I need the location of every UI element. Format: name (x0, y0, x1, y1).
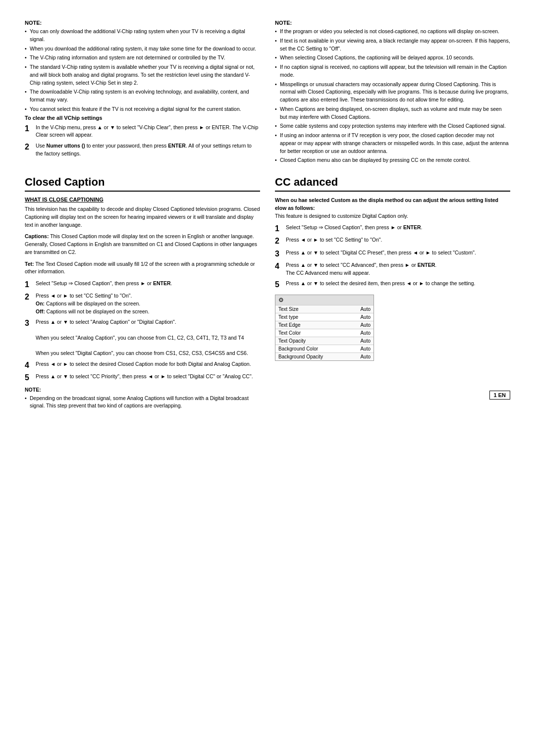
page-number: 1 EN (489, 391, 510, 400)
list-item: The V-Chip rating information and system… (25, 54, 260, 62)
top-note-right-label: NOTE: (275, 20, 510, 26)
list-item: Depending on the broadcast signal, some … (25, 395, 260, 410)
row-label: Background Opacity (278, 354, 323, 359)
step-content: Press ◄ or ► to select the desired Close… (36, 360, 260, 370)
list-item: When selecting Closed Captions, the capt… (275, 54, 510, 62)
row-value: Auto (360, 330, 371, 336)
top-note-right-list: If the program or video you selected is … (275, 28, 510, 164)
gear-icon: ⚙ (278, 297, 284, 303)
what-is-title: WHAT IS CLOSE CAPTIONING (25, 197, 260, 202)
captions-text: Captions: This Closed Caption mode will … (25, 233, 260, 256)
step-content: Press ▲ or ▼ to select "CC Priority", th… (36, 373, 260, 382)
step-item: 5 Press ▲ or ▼ to select "CC Priority", … (25, 373, 260, 382)
settings-table: ⚙ Text Size Auto Text type Auto Text Edg… (275, 295, 374, 361)
table-row: Background Opacity Auto (275, 353, 374, 360)
to-clear-title: To clear the all VChip settings (25, 115, 260, 121)
top-notes-section: NOTE: You can only download the addition… (25, 20, 510, 166)
captions-bold: Captions: (25, 233, 49, 239)
step-item: 1 Select "Setup ⇒ Closed Caption", then … (25, 280, 260, 289)
row-label: Text Size (278, 306, 299, 312)
list-item: You can only download the additional V-C… (25, 28, 260, 44)
list-item: The standard V-Chip rating system is ava… (25, 63, 260, 87)
closed-caption-note: NOTE: Depending on the broadcast signal,… (25, 387, 260, 410)
list-item: If the program or video you selected is … (275, 28, 510, 36)
list-item: If text is not available in your viewing… (275, 37, 510, 53)
step-num: 2 (25, 292, 33, 315)
row-value: Auto (360, 322, 371, 328)
step-item: 4 Press ▲ or ▼ to select "CC Advanced", … (275, 261, 510, 277)
top-note-right-content: If the program or video you selected is … (275, 28, 510, 164)
row-label: Text Color (278, 330, 301, 336)
to-clear-steps: 1 In the V-Chip menu, press ▲ or ▼ to se… (25, 124, 260, 158)
step-num: 1 (275, 224, 283, 233)
row-value: Auto (360, 306, 371, 312)
step-content: Select "Setup ⇒ Closed Caption", then pr… (36, 280, 260, 289)
step-num: 3 (25, 318, 33, 357)
step-num: 3 (275, 249, 283, 258)
list-item: You cannot select this feature if the TV… (25, 105, 260, 113)
cc-advanced-steps: 1 Select "Setup ⇒ Closed Caption", then … (275, 224, 510, 289)
main-content: Closed Caption WHAT IS CLOSE CAPTIONING … (25, 176, 510, 415)
step-content: Press ▲ or ▼ to select "Analog Caption" … (36, 318, 260, 357)
note-label: NOTE: (25, 387, 260, 393)
step-item: 1 In the V-Chip menu, press ▲ or ▼ to se… (25, 124, 260, 140)
top-note-left: NOTE: You can only download the addition… (25, 20, 260, 166)
row-value: Auto (360, 354, 371, 359)
step-item: 2 Press ◄ or ► to set "CC Setting" to "O… (25, 292, 260, 315)
list-item: Closed Caption menu also can be displaye… (275, 156, 510, 164)
row-label: Text Edge (278, 322, 300, 328)
top-note-right: NOTE: If the program or video you select… (275, 20, 510, 166)
table-row: Text Edge Auto (275, 321, 374, 329)
list-item: When you download the additional rating … (25, 45, 260, 53)
cc-advanced-section: CC adanced When ou hae selected Custom a… (275, 176, 510, 415)
closed-caption-steps: 1 Select "Setup ⇒ Closed Caption", then … (25, 280, 260, 383)
step-num: 4 (25, 360, 33, 370)
table-row: Background Color Auto (275, 345, 374, 353)
top-note-left-label: NOTE: (25, 20, 260, 26)
step-content: Press ▲ or ▼ to select the desired item,… (286, 280, 510, 289)
cc-advanced-title: CC adanced (275, 176, 510, 192)
step-item: 2 Press ◄ or ► to set "CC Setting" to "O… (275, 236, 510, 246)
step-item: 3 Press ▲ or ▼ to select "Digital CC Pre… (275, 249, 510, 258)
row-label: Text type (278, 314, 298, 320)
row-value: Auto (360, 314, 371, 320)
tet-bold: Tet: (25, 261, 34, 267)
step-num: 5 (25, 373, 33, 382)
step-item: 2 Use Numer uttons () to enter your pass… (25, 142, 260, 158)
step-item: 5 Press ▲ or ▼ to select the desired ite… (275, 280, 510, 289)
step-item: 1 Select "Setup ⇒ Closed Caption", then … (275, 224, 510, 233)
step-num: 1 (25, 280, 33, 289)
list-item: Misspellings or unusual characters may o… (275, 81, 510, 104)
list-item: If no caption signal is received, no cap… (275, 63, 510, 79)
to-clear-section: To clear the all VChip settings 1 In the… (25, 115, 260, 158)
top-note-left-list: You can only download the additional V-C… (25, 28, 260, 113)
step-content: Select "Setup ⇒ Closed Caption", then pr… (286, 224, 510, 233)
table-row: Text Size Auto (275, 305, 374, 313)
row-value: Auto (360, 338, 371, 344)
step-content: Press ◄ or ► to set "CC Setting" to "On"… (36, 292, 260, 315)
table-row: Text Color Auto (275, 329, 374, 337)
list-item: Some cable systems and copy protection s… (275, 122, 510, 130)
intro-bold: When ou hae selected Custom as the displ… (275, 197, 498, 211)
row-label: Background Color (278, 346, 318, 352)
captions-body: This Closed Caption mode will display te… (25, 233, 257, 255)
closed-caption-section: Closed Caption WHAT IS CLOSE CAPTIONING … (25, 176, 260, 415)
list-item: The downloadable V-Chip rating system is… (25, 88, 260, 104)
step-num: 1 (25, 124, 33, 140)
closed-caption-title: Closed Caption (25, 176, 260, 192)
what-is-text: This television has the capability to de… (25, 205, 260, 229)
step-content: In the V-Chip menu, press ▲ or ▼ to sele… (36, 124, 260, 140)
step-num: 4 (275, 261, 283, 277)
table-header: ⚙ (275, 295, 374, 305)
step-num: 2 (25, 142, 33, 158)
cc-advanced-intro: When ou hae selected Custom as the displ… (275, 197, 510, 220)
row-label: Text Opacity (278, 338, 306, 344)
row-value: Auto (360, 346, 371, 352)
top-note-left-content: You can only download the additional V-C… (25, 28, 260, 113)
list-item: If using an indoor antenna or if TV rece… (275, 132, 510, 155)
step-content: Press ◄ or ► to set "CC Setting" to "On"… (286, 236, 510, 246)
list-item: When Captions are being displayed, on-sc… (275, 105, 510, 121)
step-num: 5 (275, 280, 283, 289)
tet-text: Tet: The Text Closed Caption mode will u… (25, 260, 260, 276)
step-item: 4 Press ◄ or ► to select the desired Clo… (25, 360, 260, 370)
